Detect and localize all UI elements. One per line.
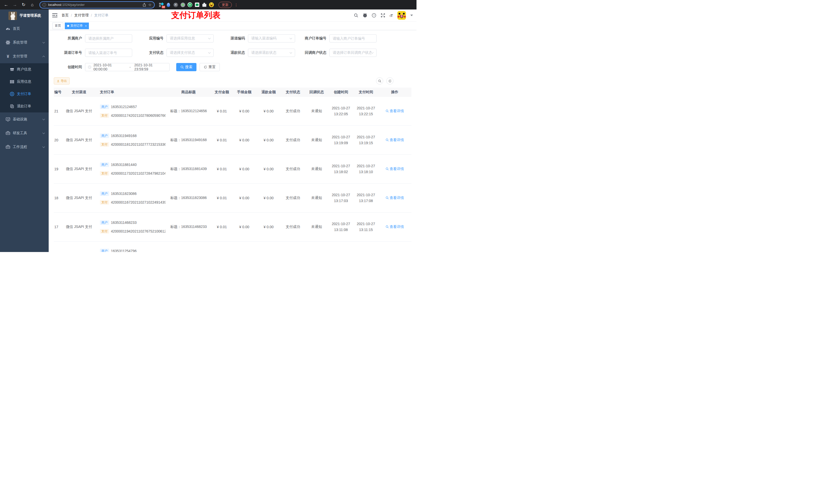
browser-chrome: ← → ↻ ⌂ i localhost:1024/pay/order ☆ 10 … bbox=[0, 0, 416, 9]
dashboard-icon bbox=[6, 26, 10, 31]
reset-button[interactable]: 重置 bbox=[199, 63, 220, 71]
app-title: 芋道管理系统 bbox=[20, 13, 41, 18]
sidebar-item-pay-order[interactable]: 支付订单 bbox=[0, 88, 49, 100]
logo[interactable]: 芋道管理系统 bbox=[0, 9, 49, 22]
pay-status-filter-select[interactable]: 请选择支付状态 bbox=[166, 49, 214, 57]
emoji-extension-icon[interactable] bbox=[209, 2, 214, 7]
table-row: 20 微信 JSAPI 支付 商户1635311949168 支付4200001… bbox=[54, 126, 411, 155]
sidebar-item-refund-order[interactable]: 退款订单 bbox=[0, 100, 49, 113]
merchant-tag: 商户 bbox=[100, 220, 109, 225]
sidebar-item-app-info[interactable]: 应用信息 bbox=[0, 75, 49, 88]
font-size-icon[interactable]: tT bbox=[389, 13, 393, 18]
share-icon[interactable] bbox=[142, 3, 146, 7]
breadcrumb: 首页 / 支付管理 / 支付订单 bbox=[62, 13, 109, 18]
browser-forward-button[interactable]: → bbox=[11, 1, 19, 8]
navbar-actions: tT bbox=[354, 11, 413, 20]
search-icon bbox=[180, 65, 184, 69]
merchant-order-no: 1635311254796 bbox=[111, 249, 137, 252]
view-detail-link[interactable]: 查看详情 bbox=[385, 109, 404, 114]
sidebar: 芋道管理系统 首页 系统管理 支付管理 商户信息 应用信息 bbox=[0, 9, 49, 252]
app-filter-select[interactable]: 请选择应用信息 bbox=[166, 34, 214, 43]
sidebar-toggle-icon[interactable] bbox=[52, 13, 57, 18]
channel-order-no-filter-input[interactable] bbox=[85, 49, 132, 57]
page-content: 所属商户 应用编号 请选择应用信息 渠道编码 请输入渠道编码 商户订单编号 bbox=[49, 30, 416, 252]
page-banner: 支付订单列表 bbox=[171, 10, 220, 21]
dot-extension-icon[interactable] bbox=[180, 2, 185, 7]
breadcrumb-payment[interactable]: 支付管理 bbox=[74, 13, 89, 18]
merchant-order-no: 1635312124657 bbox=[111, 105, 137, 109]
merchant-filter-input[interactable] bbox=[85, 34, 132, 43]
avatar[interactable] bbox=[397, 11, 406, 20]
fullscreen-icon[interactable] bbox=[381, 13, 385, 18]
export-button[interactable]: 导出 bbox=[54, 77, 70, 85]
create-time-range-picker[interactable]: 2021-10-01 00:00:00 - 2021-10-31 23:59:5… bbox=[85, 63, 170, 71]
logo-image bbox=[8, 11, 17, 20]
table-row: 19 微信 JSAPI 支付 商户1635311881440 支付4200001… bbox=[54, 155, 411, 184]
briefcase-icon bbox=[6, 145, 10, 149]
tab-pay-order[interactable]: 支付订单 × bbox=[65, 23, 89, 29]
address-bar[interactable]: i localhost:1024/pay/order ☆ bbox=[40, 1, 155, 8]
channel-order-no: 4200001173202110272847982104 bbox=[111, 171, 165, 175]
y-extension-icon[interactable]: Y bbox=[188, 2, 192, 7]
user-caret-icon[interactable] bbox=[410, 15, 413, 16]
search-icon bbox=[385, 110, 389, 113]
site-info-icon[interactable]: i bbox=[43, 3, 46, 7]
search-icon[interactable] bbox=[354, 13, 358, 18]
channel-order-no: 4200001181202110277723215336 bbox=[111, 142, 165, 146]
refund-status-filter-label: 退款状态 bbox=[217, 50, 248, 55]
view-detail-link[interactable]: 查看详情 bbox=[385, 196, 404, 200]
browser-back-button[interactable]: ← bbox=[3, 1, 10, 8]
tags-view: 首页 支付订单 × bbox=[49, 22, 416, 30]
tab-home[interactable]: 首页 bbox=[52, 23, 63, 29]
table-row: 商户1635311254796 bbox=[54, 241, 411, 252]
merchant-tag: 商户 bbox=[100, 249, 109, 252]
chat-extension-icon[interactable] bbox=[195, 2, 199, 7]
sidebar-item-payment[interactable]: 支付管理 bbox=[0, 49, 49, 63]
pay-tag: 支付 bbox=[100, 142, 109, 147]
bookmark-star-icon[interactable]: ☆ bbox=[148, 3, 152, 7]
view-detail-link[interactable]: 查看详情 bbox=[385, 167, 404, 171]
chevron-down-icon bbox=[43, 41, 45, 44]
command-extension-icon[interactable]: ⌘ bbox=[173, 2, 178, 7]
channel-code-filter-select[interactable]: 请输入渠道编码 bbox=[248, 34, 295, 43]
callback-status-filter-select[interactable]: 请选择订单回调商户状态 bbox=[329, 49, 377, 57]
refresh-table-button[interactable] bbox=[386, 77, 394, 85]
merchant-order-no: 1635311881440 bbox=[111, 163, 137, 167]
sidebar-item-system[interactable]: 系统管理 bbox=[0, 35, 49, 49]
help-icon[interactable] bbox=[372, 13, 376, 18]
create-time-filter-label: 创建时间 bbox=[54, 65, 85, 69]
toggle-search-button[interactable] bbox=[376, 77, 383, 85]
yen-circle-icon bbox=[10, 92, 14, 96]
browser-menu-icon[interactable]: ⋮ bbox=[234, 3, 238, 7]
browser-reload-button[interactable]: ↻ bbox=[20, 1, 27, 8]
gear-icon bbox=[6, 40, 10, 45]
sidebar-item-home[interactable]: 首页 bbox=[0, 22, 49, 35]
channel-code-filter-label: 渠道编码 bbox=[217, 36, 248, 41]
search-icon bbox=[385, 138, 389, 142]
sidebar-item-workflow[interactable]: 工作流程 bbox=[0, 140, 49, 154]
refund-status-filter-select[interactable]: 请选择退款状态 bbox=[248, 49, 295, 57]
breadcrumb-home[interactable]: 首页 bbox=[62, 13, 69, 18]
yen-icon bbox=[6, 54, 10, 58]
date-range-start: 2021-10-01 00:00:00 bbox=[94, 63, 126, 71]
tampermonkey-extension-icon[interactable]: 10 bbox=[159, 2, 164, 7]
github-icon[interactable] bbox=[363, 13, 367, 18]
merchant-order-no-filter-label: 商户订单编号 bbox=[298, 36, 329, 41]
chevron-down-icon bbox=[290, 37, 292, 40]
sidebar-item-merchant-info[interactable]: 商户信息 bbox=[0, 63, 49, 75]
browser-update-button[interactable]: 更新 bbox=[218, 2, 232, 8]
chevron-down-icon bbox=[208, 51, 211, 54]
puzzle-extensions-icon[interactable] bbox=[202, 2, 207, 7]
sidebar-item-infrastructure[interactable]: 基础设施 bbox=[0, 113, 49, 126]
browser-home-button[interactable]: ⌂ bbox=[29, 1, 36, 8]
balloon-extension-icon[interactable] bbox=[166, 2, 171, 7]
merchant-order-no-filter-input[interactable] bbox=[329, 34, 377, 43]
navbar: 首页 / 支付管理 / 支付订单 支付订单列表 tT bbox=[49, 9, 416, 22]
view-detail-link[interactable]: 查看详情 bbox=[385, 224, 404, 229]
sidebar-item-dev-tools[interactable]: 研发工具 bbox=[0, 126, 49, 140]
pay-tag: 支付 bbox=[100, 229, 109, 234]
close-tab-icon[interactable]: × bbox=[85, 24, 87, 27]
payment-submenu: 商户信息 应用信息 支付订单 退款订单 bbox=[0, 63, 49, 113]
view-detail-link[interactable]: 查看详情 bbox=[385, 138, 404, 142]
search-button[interactable]: 搜索 bbox=[176, 63, 196, 71]
